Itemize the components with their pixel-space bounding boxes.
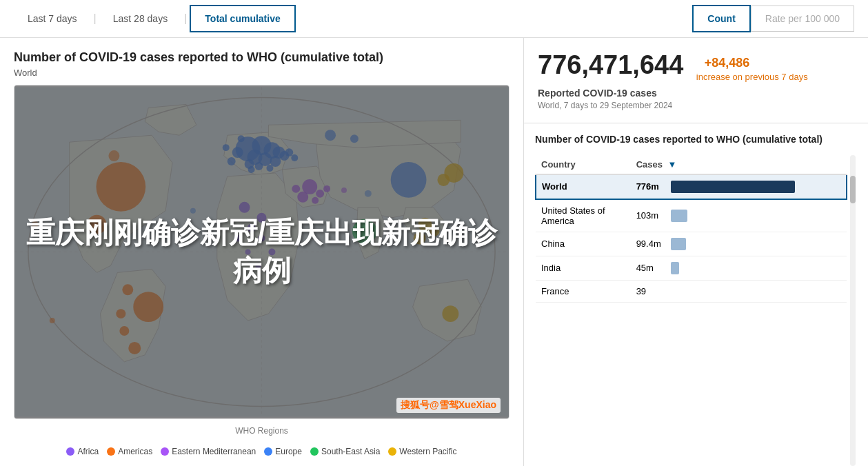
svg-point-31 bbox=[391, 162, 427, 198]
table-scrollbar[interactable] bbox=[850, 155, 856, 466]
svg-point-10 bbox=[116, 309, 125, 318]
cases-bar bbox=[671, 262, 679, 274]
sort-arrow-icon: ▼ bbox=[668, 159, 677, 170]
svg-point-4 bbox=[97, 162, 146, 212]
europe-dot bbox=[264, 447, 272, 456]
col-country-header: Country bbox=[536, 155, 631, 174]
country-cell: India bbox=[536, 256, 631, 280]
svg-point-28 bbox=[291, 154, 298, 161]
svg-point-53 bbox=[108, 150, 119, 161]
legend-item-europe: Europe bbox=[264, 447, 302, 456]
svg-point-37 bbox=[430, 227, 439, 236]
legend-item-eastern-med: Eastern Mediterranean bbox=[161, 447, 256, 456]
increase-label: increase on previous 7 days bbox=[696, 72, 808, 82]
legend-item-southeast-asia: South-East Asia bbox=[310, 447, 380, 456]
svg-point-21 bbox=[255, 162, 263, 170]
svg-point-6 bbox=[88, 215, 107, 234]
cases-table: Country Cases ▼ World776mUnited States o… bbox=[535, 155, 847, 303]
svg-point-7 bbox=[128, 342, 141, 354]
svg-point-22 bbox=[228, 157, 236, 165]
tab-last28[interactable]: Last 28 days bbox=[99, 6, 181, 31]
svg-point-27 bbox=[248, 166, 255, 173]
eastern-med-dot bbox=[161, 447, 169, 456]
table-row: China99.4m bbox=[536, 232, 847, 256]
svg-point-23 bbox=[285, 148, 293, 156]
cases-cell: 103m bbox=[631, 199, 847, 232]
col-cases-header[interactable]: Cases ▼ bbox=[631, 155, 847, 174]
svg-point-35 bbox=[442, 305, 458, 322]
svg-point-58 bbox=[341, 188, 347, 193]
big-number: 776,471,644 bbox=[538, 50, 683, 79]
map-container: 重庆刚刚确诊新冠/重庆出现新冠确诊病例 搜狐号@雪驾XueXiao bbox=[14, 85, 509, 419]
legend-title: WHO Regions bbox=[14, 426, 509, 436]
europe-label: Europe bbox=[275, 447, 302, 456]
svg-point-8 bbox=[122, 284, 133, 295]
cases-cell: 39 bbox=[631, 280, 847, 302]
stats-sublabel: World, 7 days to 29 September 2024 bbox=[538, 101, 854, 110]
africa-dot bbox=[66, 447, 74, 456]
svg-point-46 bbox=[257, 213, 267, 223]
svg-point-56 bbox=[190, 208, 196, 214]
svg-point-51 bbox=[245, 250, 251, 255]
svg-point-45 bbox=[239, 202, 250, 213]
americas-label: Americas bbox=[118, 447, 152, 456]
cases-value: 99.4m bbox=[636, 239, 667, 249]
cases-header-label: Cases bbox=[636, 159, 663, 170]
view-tabs: Count Rate per 100 000 bbox=[692, 5, 854, 32]
stats-label: Reported COVID-19 cases bbox=[538, 88, 854, 99]
table-section: Number of COVID-19 cases reported to WHO… bbox=[524, 123, 868, 466]
svg-point-34 bbox=[437, 174, 450, 186]
southeast-asia-label: South-East Asia bbox=[321, 447, 380, 456]
svg-point-44 bbox=[323, 185, 330, 192]
chart-subtitle: World bbox=[14, 68, 509, 78]
main-content: Number of COVID-19 cases reported to WHO… bbox=[0, 38, 868, 466]
svg-point-54 bbox=[32, 221, 39, 228]
svg-point-49 bbox=[234, 235, 241, 242]
svg-point-29 bbox=[325, 130, 336, 141]
legend-item-western-pacific: Western Pacific bbox=[388, 447, 456, 456]
eastern-med-label: Eastern Mediterranean bbox=[172, 447, 256, 456]
cases-bar bbox=[671, 210, 687, 222]
tab-last7[interactable]: Last 7 days bbox=[14, 6, 91, 31]
cases-bar bbox=[671, 181, 795, 193]
tab-separator-2: | bbox=[181, 12, 190, 25]
svg-point-18 bbox=[232, 147, 243, 158]
cases-cell: 99.4m bbox=[631, 232, 847, 256]
right-panel: 776,471,644 +84,486 increase on previous… bbox=[524, 38, 868, 466]
cases-cell: 776m bbox=[631, 174, 847, 199]
header-tabs: Last 7 days | Last 28 days | Total cumul… bbox=[0, 0, 868, 38]
cases-value: 776m bbox=[636, 181, 667, 192]
svg-point-57 bbox=[365, 190, 372, 197]
country-cell: China bbox=[536, 232, 631, 256]
view-count-button[interactable]: Count bbox=[692, 5, 750, 32]
view-rate-button[interactable]: Rate per 100 000 bbox=[751, 6, 854, 32]
chart-title: Number of COVID-19 cases reported to WHO… bbox=[14, 50, 509, 65]
svg-point-43 bbox=[312, 197, 319, 204]
svg-point-5 bbox=[133, 292, 163, 322]
svg-point-41 bbox=[316, 190, 324, 198]
svg-point-50 bbox=[268, 249, 275, 256]
tab-cumulative[interactable]: Total cumulative bbox=[190, 5, 295, 32]
cases-value: 45m bbox=[636, 263, 667, 273]
svg-point-32 bbox=[352, 219, 377, 244]
time-tabs: Last 7 days | Last 28 days | Total cumul… bbox=[14, 5, 296, 32]
world-map-svg bbox=[14, 85, 509, 418]
svg-point-17 bbox=[270, 156, 281, 167]
legend-item-africa: Africa bbox=[66, 447, 99, 456]
table-row: India45m bbox=[536, 256, 847, 280]
increase-value: +84,486 bbox=[705, 56, 750, 70]
legend-item-americas: Americas bbox=[107, 447, 152, 456]
table-scrollbar-thumb[interactable] bbox=[850, 176, 856, 203]
cases-cell: 45m bbox=[631, 256, 847, 280]
americas-dot bbox=[107, 447, 115, 456]
table-header-row: Country Cases ▼ bbox=[536, 155, 847, 174]
cases-bar bbox=[671, 238, 686, 250]
svg-point-24 bbox=[223, 144, 230, 151]
svg-point-38 bbox=[414, 232, 426, 245]
tab-separator-1: | bbox=[91, 12, 99, 25]
svg-point-25 bbox=[266, 165, 273, 172]
svg-point-55 bbox=[50, 318, 55, 323]
country-cell: World bbox=[536, 174, 631, 199]
svg-point-42 bbox=[292, 185, 300, 193]
left-panel: Number of COVID-19 cases reported to WHO… bbox=[0, 38, 524, 466]
